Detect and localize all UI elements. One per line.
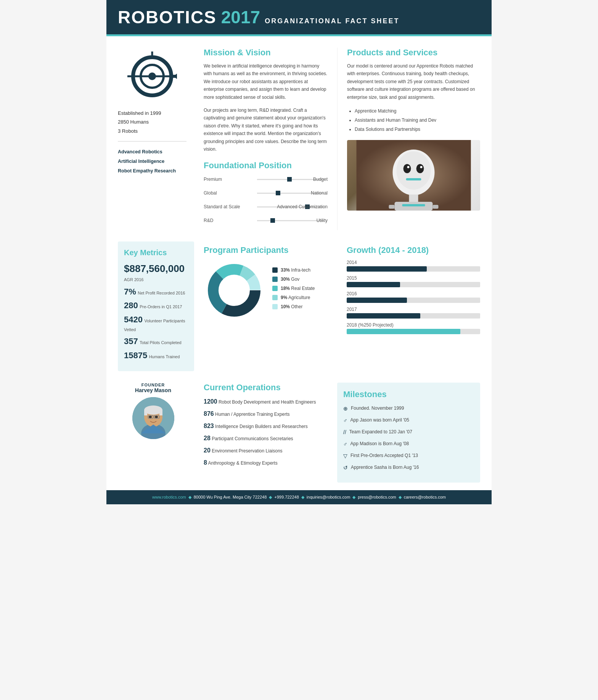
legend-infra: 33% Infra-tech <box>272 267 328 273</box>
fp-track-3 <box>257 220 324 221</box>
robot-logo <box>127 51 177 101</box>
legend-other: 10% Other <box>272 304 328 309</box>
svg-point-10 <box>397 151 431 190</box>
metric-humans-value: 15875 <box>124 351 147 360</box>
milestone-5: ↺ Apprentice Sasha is Born Aug '16 <box>343 464 474 472</box>
product-item-2: Data Solutions and Partnerships <box>355 125 480 134</box>
ops-label-0: Robot Body Development and Health Engine… <box>219 399 316 405</box>
ops-value-4: 20 <box>204 447 211 454</box>
metric-pilots: 357 Total Pilots Completed <box>124 336 188 347</box>
footer-diamond-2: ◆ <box>269 495 272 500</box>
metric-agr-value: $887,560,000 <box>124 263 185 274</box>
ops-item-3: 28 Participant Communications Secretarie… <box>204 434 328 443</box>
legend-dot-realestate <box>272 286 278 291</box>
footer-website[interactable]: www.robotics.com <box>152 495 186 499</box>
products-list: Apprentice Matching Assistants and Human… <box>347 106 480 134</box>
milestone-text-4: First Pre-Orders Accepted Q1 '13 <box>350 452 418 459</box>
fp-marker-0 <box>287 177 292 182</box>
svg-point-26 <box>219 275 249 306</box>
milestone-icon-2: // <box>343 428 346 436</box>
fp-row-3: R&D Utility <box>204 216 328 225</box>
fp-label-rd: R&D <box>204 218 253 223</box>
left-column: Established in 1999 2850 Humans 3 Robots… <box>118 48 194 230</box>
donut-container: 33% Infra-tech 30% Gov 18% Real Estate 9… <box>204 260 328 321</box>
ops-item-1: 876 Human / Apprentice Training Experts <box>204 409 328 418</box>
milestone-icon-1: ♂ <box>343 417 347 425</box>
metric-preorders-label: Pre-Orders in Q1 2017 <box>140 304 182 309</box>
growth-year-2015: 2015 <box>347 275 480 281</box>
mission-para2: Our projects are long term, R&D integrat… <box>204 106 328 153</box>
section-1: Established in 1999 2850 Humans 3 Robots… <box>106 36 492 241</box>
products-column: Products and Services Our model is cente… <box>337 48 480 230</box>
fp-label-standard: Standard at Scale <box>204 204 253 209</box>
milestone-icon-4: ▽ <box>343 452 347 460</box>
svg-rect-33 <box>159 410 162 415</box>
products-text: Our model is centered around our Apprent… <box>347 62 480 101</box>
milestone-icon-3: ♂ <box>343 440 347 448</box>
fp-row-0: Premium Budget <box>204 175 328 183</box>
section-2: Key Metrics $887,560,000 AGR 2016 7% Net… <box>106 241 492 378</box>
section-3: FOUNDER Harvey Mason <box>106 379 492 490</box>
milestone-text-0: Founded. November 1999 <box>351 405 404 412</box>
footer-email3: careers@robotics.com <box>404 495 446 499</box>
robot-image <box>347 140 480 211</box>
operations-title: Current Operations <box>204 383 328 393</box>
metric-pilots-value: 357 <box>124 336 138 346</box>
fp-label-global: Global <box>204 190 253 196</box>
legend-label-infra: 33% Infra-tech <box>281 267 310 273</box>
milestone-4: ▽ First Pre-Orders Accepted Q1 '13 <box>343 452 474 460</box>
milestones-column: Milestones ⊕ Founded. November 1999 ♂ Ap… <box>337 383 480 483</box>
milestone-text-2: Team Expanded to 120 Jan '07 <box>349 428 412 435</box>
legend-dot-agriculture <box>272 295 278 300</box>
program-participants: Program Participants <box>194 241 337 371</box>
established-info: Established in 1999 2850 Humans 3 Robots <box>118 109 186 135</box>
ops-item-4: 20 Environment Preservation Liaisons <box>204 446 328 455</box>
metric-preorders: 280 Pre-Orders in Q1 2017 <box>124 300 188 311</box>
ops-label-4: Environment Preservation Liaisons <box>212 448 282 454</box>
fp-label-advanced: Advanced Customization <box>277 204 328 209</box>
legend-items: 33% Infra-tech 30% Gov 18% Real Estate 9… <box>272 267 328 313</box>
growth-year-2017: 2017 <box>347 307 480 312</box>
milestone-3: ♂ App Madison is Born Aug '08 <box>343 440 474 448</box>
legend-agriculture: 9% Agriculture <box>272 295 328 300</box>
fp-marker-1 <box>276 191 280 195</box>
mission-para1: We believe in artificial intelligence de… <box>204 62 328 101</box>
milestone-1: ♂ App Jason was born April '05 <box>343 417 474 425</box>
legend-dot-infra <box>272 267 278 273</box>
footer-diamond-5: ◆ <box>399 495 402 500</box>
svg-rect-15 <box>406 178 421 180</box>
program-title: Program Participants <box>204 245 328 255</box>
fp-label-premium: Premium <box>204 177 253 182</box>
legend-label-gov: 30% Gov <box>281 277 299 282</box>
footer-diamond-3: ◆ <box>301 495 304 500</box>
header-year: 2017 <box>221 7 260 27</box>
footer-phone: +999.722248 <box>274 495 299 499</box>
svg-point-13 <box>407 166 410 168</box>
ops-value-3: 28 <box>204 435 211 441</box>
categories: Advanced Robotics Artificial Intelligenc… <box>118 147 186 176</box>
growth-fill-2014 <box>347 266 427 272</box>
footer-address: 80000 Wu Ping Ave. Mega City 722248 <box>194 495 267 499</box>
donut-chart <box>204 260 265 321</box>
milestone-text-1: App Jason was born April '05 <box>350 417 409 423</box>
growth-year-2014: 2014 <box>347 260 480 265</box>
growth-fill-2017 <box>347 313 420 319</box>
growth-title: Growth (2014 - 2018) <box>347 245 480 255</box>
growth-track-2014 <box>347 266 480 272</box>
header-robotics: ROBOTICS <box>118 7 217 27</box>
metric-agr: $887,560,000 AGR 2016 <box>124 262 188 283</box>
svg-point-34 <box>149 416 152 418</box>
foundational-position: Foundational Position Premium Budget Glo… <box>204 161 328 225</box>
footer-email1: inquiries@robotics.com <box>307 495 350 499</box>
product-item-0: Apprentice Matching <box>355 106 480 116</box>
svg-rect-18 <box>389 205 395 209</box>
milestones-title: Milestones <box>343 389 474 399</box>
footer: www.robotics.com ◆ 80000 Wu Ping Ave. Me… <box>106 490 492 504</box>
svg-rect-16 <box>409 195 418 202</box>
fp-row-1: Global National <box>204 189 328 197</box>
ops-label-3: Participant Communications Secretaries <box>212 436 293 441</box>
metric-volunteers-value: 5420 <box>124 315 143 324</box>
milestone-icon-0: ⊕ <box>343 405 348 413</box>
growth-bar-2018: 2018 (%250 Projected) <box>347 322 480 334</box>
svg-point-35 <box>155 416 158 418</box>
